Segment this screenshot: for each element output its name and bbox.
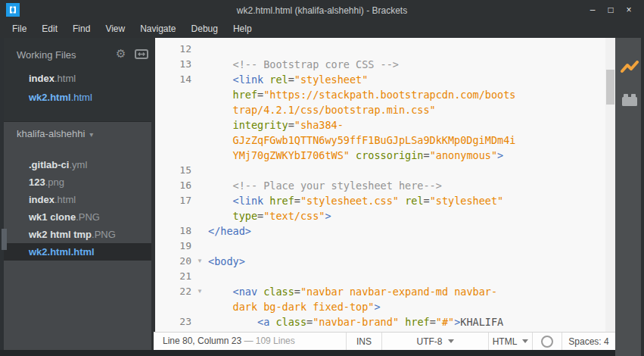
code-line[interactable]: 18</head> <box>155 223 605 239</box>
code-text: <link rel="stylesheet" <box>208 72 605 87</box>
problems-indicator[interactable] <box>532 333 562 350</box>
fold-gutter <box>191 314 208 329</box>
line-number <box>155 148 191 163</box>
code-line[interactable]: 23 <a class="navbar-brand" href="#">KHAL… <box>155 314 605 329</box>
line-number: 21 <box>155 269 191 284</box>
code-line[interactable]: 16 <!-- Place your stylesheet here--> <box>155 178 605 193</box>
chevron-down-icon: ▾ <box>89 130 93 139</box>
code-line[interactable]: 17 <link href="stylesheet.css" rel="styl… <box>155 193 605 208</box>
project-dropdown[interactable]: khalifa-alshehhi▾ <box>17 128 93 139</box>
minimize-button[interactable]: – <box>583 3 602 17</box>
project-file-item[interactable]: wk1 clone.PNG <box>0 208 151 226</box>
fold-gutter <box>191 239 208 254</box>
code-text: <!-- Bootstrap core CSS --> <box>208 57 605 72</box>
project-file-tree: .gitlab-ci.yml123.pngindex.htmlwk1 clone… <box>0 156 151 261</box>
encoding-value: UTF-8 <box>417 336 443 347</box>
code-line[interactable]: 21 <box>155 269 605 284</box>
line-number: 16 <box>155 178 191 193</box>
line-number: 13 <box>155 57 191 72</box>
code-line[interactable]: 13 <!-- Bootstrap core CSS --> <box>155 57 605 72</box>
code-line[interactable]: YMj70gZWKYbI706tWS" crossorigin="anonymo… <box>155 148 605 163</box>
fold-marker-icon[interactable]: ▼ <box>191 254 208 269</box>
code-text: <a class="navbar-brand" href="#">KHALIFA <box>208 314 605 329</box>
code-line[interactable]: 12 <box>155 42 605 57</box>
menu-item-find[interactable]: Find <box>65 20 98 38</box>
code-text: </head> <box>208 223 605 239</box>
line-number <box>155 208 191 223</box>
working-file-item[interactable]: index.html <box>0 69 151 88</box>
menu-item-debug[interactable]: Debug <box>184 20 226 38</box>
project-file-item[interactable]: .gitlab-ci.yml <box>0 156 151 173</box>
code-line[interactable]: href="https://stackpath.bootstrapcdn.com… <box>155 87 605 102</box>
gear-icon[interactable]: ⚙ <box>116 47 126 61</box>
project-file-item[interactable]: wk2.html.html <box>0 243 151 261</box>
code-line[interactable]: type="text/css"> <box>155 208 605 223</box>
fold-gutter <box>191 57 208 72</box>
code-text: href="https://stackpath.bootstrapcdn.com… <box>208 87 605 102</box>
code-text <box>208 42 605 57</box>
close-button[interactable]: × <box>620 3 638 17</box>
fold-gutter <box>191 178 208 193</box>
sidebar: Working Files ⚙ index.htmlwk2.html.html … <box>0 38 151 356</box>
line-number <box>155 117 191 133</box>
fold-gutter <box>191 163 208 178</box>
line-number <box>155 87 191 102</box>
code-text: dark bg-dark fixed-top"> <box>208 299 605 314</box>
language-selector[interactable]: HTML <box>488 333 532 350</box>
code-line[interactable]: 19 <box>155 239 605 254</box>
working-file-item[interactable]: wk2.html.html <box>0 88 151 107</box>
live-preview-icon[interactable] <box>621 61 639 77</box>
menu-item-edit[interactable]: Edit <box>34 20 65 38</box>
code-line[interactable]: 20▼<body> <box>155 254 605 269</box>
code-line[interactable]: integrity="sha384- <box>155 117 605 133</box>
line-number: 15 <box>155 163 191 178</box>
line-number <box>155 299 191 314</box>
line-number: 14 <box>155 72 191 87</box>
fold-marker-icon[interactable]: ▼ <box>191 284 208 299</box>
brackets-window: wk2.html.html (khalifa-alshehhi) - Brack… <box>0 0 644 356</box>
fold-gutter <box>191 133 208 148</box>
window-bottom-edge <box>0 350 615 356</box>
sidebar-scrollbar-thumb[interactable] <box>2 229 7 250</box>
line-number: 17 <box>155 193 191 208</box>
editor-scrollbar[interactable] <box>605 38 615 332</box>
code-line[interactable]: 15 <box>155 163 605 178</box>
fold-gutter <box>191 42 208 57</box>
code-line[interactable]: dark bg-dark fixed-top"> <box>155 299 605 314</box>
insert-mode-indicator[interactable]: INS <box>346 333 381 350</box>
code-text <box>208 163 605 178</box>
code-line[interactable]: trap/4.2.1/css/bootstrap.min.css" <box>155 102 605 117</box>
project-name: khalifa-alshehhi <box>17 128 85 139</box>
project-file-item[interactable]: wk2 html tmp.PNG <box>0 226 151 243</box>
menu-item-navigate[interactable]: Navigate <box>132 20 183 38</box>
indent-value: 4 <box>604 336 609 347</box>
code-editor[interactable]: 1213 <!-- Bootstrap core CSS -->14 <link… <box>155 38 605 332</box>
code-line[interactable]: GJzZqFGwb1QTTN6wy59ffF1BuGJpLSa9DkKMp0Dg… <box>155 133 605 148</box>
code-text: YMj70gZWKYbI706tWS" crossorigin="anonymo… <box>208 148 605 163</box>
menu-bar: FileEditFindViewNavigateDebugHelp <box>5 20 260 38</box>
menu-item-file[interactable]: File <box>5 20 34 38</box>
encoding-selector[interactable]: UTF-8 <box>381 333 488 350</box>
split-view-icon[interactable] <box>135 49 148 63</box>
fold-gutter <box>191 269 208 284</box>
project-file-item[interactable]: index.html <box>0 191 151 208</box>
chevron-down-icon <box>448 339 454 343</box>
fold-gutter <box>191 72 208 87</box>
fold-gutter <box>191 223 208 239</box>
status-bar: Line 80, Column 23 — 109 Lines INS UTF-8… <box>154 332 615 350</box>
code-line[interactable]: 22▼ <nav class="navbar navbar-expand-md … <box>155 284 605 299</box>
fold-gutter <box>191 87 208 102</box>
maximize-button[interactable]: □ <box>602 3 620 17</box>
fold-gutter <box>191 148 208 163</box>
indent-label: Spaces: <box>568 336 601 347</box>
menu-item-view[interactable]: View <box>98 20 132 38</box>
editor-scrollbar-thumb[interactable] <box>606 70 614 105</box>
menu-item-help[interactable]: Help <box>226 20 260 38</box>
extension-manager-icon[interactable] <box>621 94 638 110</box>
line-number: 22 <box>155 284 191 299</box>
indent-setting[interactable]: Spaces: 4 <box>562 333 615 350</box>
code-line[interactable]: 14 <link rel="stylesheet" <box>155 72 605 87</box>
code-text: <!-- Place your stylesheet here--> <box>208 178 605 193</box>
project-file-item[interactable]: 123.png <box>0 173 151 191</box>
window-title: wk2.html.html (khalifa-alshehhi) - Brack… <box>0 5 644 16</box>
